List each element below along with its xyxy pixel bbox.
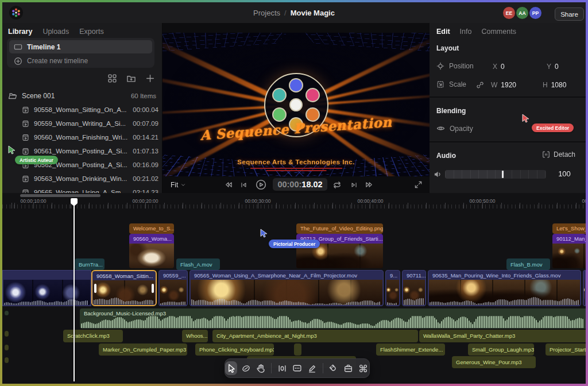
page-title: Movie Magic [291,9,335,17]
timeline-panel: 00:00:10:00 00:00:20:00 00:00:30:00 00:0… [2,193,586,384]
timeline-clip-selected[interactable]: 90558_Woman_Sittin... [91,270,157,306]
timeline-clip[interactable]: Projector_Start_U... [546,343,586,356]
audio-section-title: Audio [436,152,456,160]
timeline-item[interactable]: Timeline 1 [9,40,152,53]
timeline-clip[interactable] [583,270,586,306]
avatar[interactable]: AA [516,7,528,19]
captions-tool[interactable] [291,361,303,375]
top-bar: Projects / Movie Magic EE AA PP Share [2,2,586,23]
timeline-clip[interactable]: Let's_Show_Y... [552,223,586,234]
link-dimensions-icon[interactable] [476,81,484,89]
timeline-clip[interactable]: City_Apartment_Ambience_at_Night.mp3 [212,330,418,342]
timeline-clip[interactable]: Flash_B.mov [506,258,550,270]
breadcrumb-projects[interactable]: Projects [253,9,280,17]
scale-w-field[interactable]: W1920 [491,81,516,89]
avatar[interactable]: EE [503,7,515,19]
timeline-clip[interactable]: 90712_Group_of_Friends_Starti... [296,234,383,268]
draw-tool[interactable] [306,361,318,375]
skip-back-button[interactable] [224,176,233,193]
tab-library[interactable]: Library [8,28,32,36]
position-y-field[interactable]: Y0 [547,63,559,71]
sticker-tool[interactable] [240,361,252,375]
add-media-icon[interactable] [145,74,155,83]
list-item[interactable]: 90559_Woman_Writing_A_Si...00:07.09 [2,117,163,130]
grid-view-icon[interactable] [107,74,117,83]
list-item[interactable]: 90560_Woman_Finishing_Wri...00:14.21 [2,130,163,144]
fast-forward-button[interactable] [365,176,374,193]
collaborator-cursor-blue [260,229,269,238]
timeline-clip[interactable]: 90560_Woma... [129,234,174,268]
timeline-clip[interactable]: WallaWalla_Small_Party_Chatter.mp3 [419,330,586,342]
clip-stub [5,311,9,315]
tab-exports[interactable]: Exports [79,28,103,36]
timeline-clip[interactable] [2,270,91,306]
video-canvas[interactable]: A Sequence Presentation Sequence Arts & … [163,33,430,176]
timeline-clip[interactable]: 90112_Man_M... [552,234,586,268]
playhead-line[interactable] [74,199,75,381]
timeline-clip[interactable]: Phone_Clicking_Keyboard.mp3 [195,343,274,356]
volume-value[interactable]: 100 [550,169,579,178]
timeline-clip[interactable]: Welcome_to_S... [129,223,174,234]
timeline-clip[interactable]: Background_Music-Licensed.mp3 [80,308,586,329]
timeline-clip[interactable]: Whoos... [182,330,208,342]
video-file-icon [22,189,29,194]
clip-stub [5,345,9,350]
playhead-handle[interactable] [71,198,78,206]
list-item[interactable]: 90558_Woman_Sitting_On_A...00:00.04 [2,103,163,117]
scale-h-field[interactable]: H1080 [543,81,566,89]
prev-frame-button[interactable] [239,176,247,193]
scene-folder-row[interactable]: Scene 001 60 Items [8,91,156,101]
clip-stub [5,331,9,337]
fullscreen-button[interactable] [414,176,423,193]
tab-edit[interactable]: Edit [436,28,450,36]
timeline-clip[interactable]: ScratchClick.mp3 [63,330,123,342]
new-folder-icon[interactable] [126,74,136,83]
volume-slider[interactable] [445,170,546,179]
timeline-clip[interactable]: The_Future_of_Video_Editing.png [296,223,383,234]
position-x-field[interactable]: X0 [493,63,505,71]
timeline-clip[interactable]: Marker_On_Crumpled_Paper.mp3 [99,343,187,356]
timeline-clip[interactable]: 90559_... [158,270,188,306]
fit-dropdown[interactable]: Fit [171,176,186,193]
shortcuts-tool[interactable] [357,361,369,375]
speaker-icon[interactable] [434,170,442,179]
breadcrumb: Projects / Movie Magic [2,2,586,23]
detach-audio-button[interactable]: Detach [542,150,575,159]
timeline-clip[interactable]: Flash_A.mov [176,258,220,270]
layout-section-title: Layout [436,44,459,52]
tab-comments[interactable]: Comments [481,28,516,36]
video-file-icon [22,134,29,141]
volume-slider-handle[interactable] [502,171,504,178]
scene-name: Scene 001 [22,92,55,100]
timeline-clip[interactable] [294,343,301,356]
select-tool[interactable] [225,361,237,375]
loop-button[interactable] [332,176,342,193]
position-icon [436,62,444,70]
timeline-clip[interactable]: Generous_Wine_Pour.mp3 [452,356,536,368]
share-button[interactable]: Share [555,7,584,21]
timeline-clip[interactable]: FlashShimmer_Extende... [376,343,445,356]
hand-tool[interactable] [255,361,267,375]
next-frame-button[interactable] [350,176,358,193]
timeline-scrollbar[interactable] [20,194,100,197]
eye-icon [436,124,445,133]
play-button[interactable] [256,176,266,193]
list-item[interactable]: 90563_Woman_Drinking_Win...00:21.02 [2,172,163,186]
timeline-clip[interactable]: 9... [385,270,400,306]
tab-uploads[interactable]: Uploads [42,28,69,36]
inspector-panel: Edit Info Comments Layout Position X0 Y0… [430,23,586,193]
timeline-clip[interactable]: 90711... [402,270,426,306]
list-item[interactable]: 90565_Woman_Using_A_Sm...02:14.23 [2,186,163,193]
timeline-clip[interactable]: BurnTra... [75,258,105,270]
timeline-clip[interactable]: 90635_Man_Pouring_Wine_Into_Friends_Glas… [428,270,581,306]
trim-tool[interactable] [276,361,288,375]
toolbox-tool[interactable] [342,361,354,375]
create-new-timeline-button[interactable]: Create new timeline [14,55,88,67]
avatar[interactable]: PP [529,7,541,19]
tab-info[interactable]: Info [460,28,472,36]
snap-tool[interactable] [328,361,340,375]
timeline-clip[interactable]: 90565_Woman_Using_A_Smarphone_Near_A_Fil… [189,270,384,306]
timeline-clip[interactable]: Small_Group_Laugh.mp3 [468,343,534,356]
scene-count: 60 Items [131,92,156,99]
video-file-icon [22,120,29,128]
